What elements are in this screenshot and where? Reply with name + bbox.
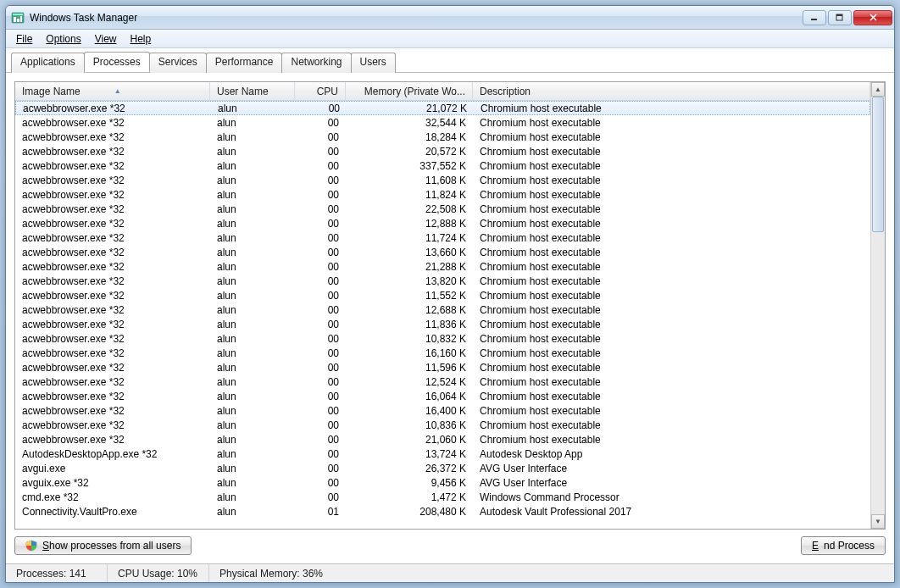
cell-image-name: acwebbrowser.exe *32 xyxy=(15,362,210,374)
cell-user-name: alun xyxy=(210,160,295,172)
cell-cpu: 00 xyxy=(295,232,346,244)
cell-cpu: 00 xyxy=(295,376,346,388)
column-cpu[interactable]: CPU xyxy=(295,82,346,100)
cell-image-name: acwebbrowser.exe *32 xyxy=(15,376,210,388)
cell-memory: 22,508 K xyxy=(346,203,473,215)
cell-description: Chromium host executable xyxy=(473,175,870,186)
process-row[interactable]: acwebbrowser.exe *32alun0011,552 KChromi… xyxy=(15,288,870,302)
process-row[interactable]: acwebbrowser.exe *32alun0021,072 KChromi… xyxy=(15,101,870,115)
cell-image-name: acwebbrowser.exe *32 xyxy=(16,103,211,114)
process-row[interactable]: acwebbrowser.exe *32alun0010,832 KChromi… xyxy=(15,331,870,346)
process-row[interactable]: acwebbrowser.exe *32alun0011,596 KChromi… xyxy=(15,360,870,374)
cell-description: Chromium host executable xyxy=(473,290,870,302)
scroll-up-button[interactable]: ▲ xyxy=(871,82,885,97)
menu-file[interactable]: File xyxy=(9,31,39,47)
process-row[interactable]: acwebbrowser.exe *32alun0011,836 KChromi… xyxy=(15,317,870,331)
cell-memory: 11,724 K xyxy=(346,232,473,244)
cell-description: Chromium host executable xyxy=(473,405,870,417)
process-row[interactable]: cmd.exe *32alun001,472 KWindows Command … xyxy=(15,490,870,504)
scroll-thumb[interactable] xyxy=(872,97,884,232)
process-row[interactable]: acwebbrowser.exe *32alun00337,552 KChrom… xyxy=(15,158,870,173)
cell-description: Chromium host executable xyxy=(473,333,870,345)
cell-memory: 11,836 K xyxy=(346,319,473,330)
cell-description: AVG User Interface xyxy=(473,477,870,489)
process-rows[interactable]: acwebbrowser.exe *32alun0021,072 KChromi… xyxy=(15,101,870,529)
process-row[interactable]: AutodeskDesktopApp.exe *32alun0013,724 K… xyxy=(15,447,870,461)
cell-memory: 21,288 K xyxy=(346,261,473,273)
cell-user-name: alun xyxy=(210,434,295,446)
process-row[interactable]: acwebbrowser.exe *32alun0012,524 KChromi… xyxy=(15,374,870,389)
process-row[interactable]: acwebbrowser.exe *32alun0018,284 KChromi… xyxy=(15,130,870,144)
process-row[interactable]: acwebbrowser.exe *32alun0022,508 KChromi… xyxy=(15,202,870,216)
cell-description: Chromium host executable xyxy=(473,319,870,330)
cell-image-name: acwebbrowser.exe *32 xyxy=(15,247,210,258)
close-button[interactable] xyxy=(853,10,892,25)
tab-networking[interactable]: Networking xyxy=(281,53,351,73)
process-row[interactable]: acwebbrowser.exe *32alun0016,400 KChromi… xyxy=(15,403,870,418)
menu-help[interactable]: Help xyxy=(124,31,158,47)
tab-applications[interactable]: Applications xyxy=(11,53,85,73)
uac-shield-icon xyxy=(25,540,37,552)
process-row[interactable]: acwebbrowser.exe *32alun0011,608 KChromi… xyxy=(15,173,870,187)
cell-user-name: alun xyxy=(210,247,295,258)
cell-cpu: 00 xyxy=(295,275,346,287)
status-cpu: CPU Usage: 10% xyxy=(108,564,209,582)
tabstrip: Applications Processes Services Performa… xyxy=(6,48,894,73)
process-row[interactable]: acwebbrowser.exe *32alun0016,064 KChromi… xyxy=(15,389,870,403)
cell-image-name: avguix.exe *32 xyxy=(15,477,210,489)
cell-description: Chromium host executable xyxy=(473,376,870,388)
cell-user-name: alun xyxy=(210,419,295,431)
process-row[interactable]: avguix.exe *32alun009,456 KAVG User Inte… xyxy=(15,475,870,490)
cell-description: Chromium host executable xyxy=(473,391,870,402)
svg-rect-2 xyxy=(14,17,16,22)
column-image-name[interactable]: Image Name▲ xyxy=(15,82,210,100)
cell-cpu: 00 xyxy=(295,319,346,330)
process-row[interactable]: Connectivity.VaultPro.exealun01208,480 K… xyxy=(15,504,870,519)
process-row[interactable]: acwebbrowser.exe *32alun0016,160 KChromi… xyxy=(15,346,870,360)
process-row[interactable]: acwebbrowser.exe *32alun0013,660 KChromi… xyxy=(15,245,870,259)
process-row[interactable]: acwebbrowser.exe *32alun0021,288 KChromi… xyxy=(15,259,870,274)
cell-description: Chromium host executable xyxy=(473,362,870,374)
column-memory[interactable]: Memory (Private Wo... xyxy=(346,82,473,100)
vertical-scrollbar[interactable]: ▲ ▼ xyxy=(870,82,885,529)
process-row[interactable]: acwebbrowser.exe *32alun0011,824 KChromi… xyxy=(15,187,870,202)
cell-memory: 26,372 K xyxy=(346,463,473,474)
cell-user-name: alun xyxy=(210,290,295,302)
process-row[interactable]: acwebbrowser.exe *32alun0010,836 KChromi… xyxy=(15,418,870,432)
task-manager-icon xyxy=(11,11,25,25)
menu-options[interactable]: Options xyxy=(39,31,87,47)
cell-description: Autodesk Desktop App xyxy=(473,448,870,460)
process-row[interactable]: acwebbrowser.exe *32alun0013,820 KChromi… xyxy=(15,274,870,288)
process-row[interactable]: acwebbrowser.exe *32alun0012,688 KChromi… xyxy=(15,302,870,317)
cell-description: Chromium host executable xyxy=(473,203,870,215)
tab-processes[interactable]: Processes xyxy=(84,52,150,72)
action-buttons: Show processes from all users End Proces… xyxy=(14,530,886,555)
process-row[interactable]: acwebbrowser.exe *32alun0012,888 KChromi… xyxy=(15,216,870,230)
tab-performance[interactable]: Performance xyxy=(206,53,283,73)
cell-memory: 16,400 K xyxy=(346,405,473,417)
process-row[interactable]: acwebbrowser.exe *32alun0032,544 KChromi… xyxy=(15,115,870,130)
scroll-track[interactable] xyxy=(871,97,885,514)
cell-cpu: 00 xyxy=(295,304,346,316)
maximize-button[interactable] xyxy=(828,10,852,25)
column-user-name[interactable]: User Name xyxy=(210,82,295,100)
cell-cpu: 00 xyxy=(295,448,346,460)
cell-cpu: 00 xyxy=(295,290,346,302)
end-process-button[interactable]: End Process xyxy=(801,536,886,555)
cell-image-name: acwebbrowser.exe *32 xyxy=(15,319,210,330)
tab-users[interactable]: Users xyxy=(351,53,396,73)
show-all-processes-button[interactable]: Show processes from all users xyxy=(14,536,192,555)
scroll-down-button[interactable]: ▼ xyxy=(871,514,885,529)
content-area: Image Name▲ User Name CPU Memory (Privat… xyxy=(6,73,894,563)
titlebar[interactable]: Windows Task Manager xyxy=(6,6,894,30)
process-row[interactable]: acwebbrowser.exe *32alun0011,724 KChromi… xyxy=(15,230,870,245)
menu-view[interactable]: View xyxy=(88,31,124,47)
cell-image-name: acwebbrowser.exe *32 xyxy=(15,333,210,345)
process-row[interactable]: acwebbrowser.exe *32alun0021,060 KChromi… xyxy=(15,432,870,447)
process-row[interactable]: avgui.exealun0026,372 KAVG User Interfac… xyxy=(15,461,870,475)
column-description[interactable]: Description xyxy=(473,82,870,100)
minimize-button[interactable] xyxy=(803,10,826,25)
tab-services[interactable]: Services xyxy=(149,53,207,73)
cell-memory: 13,724 K xyxy=(346,448,473,460)
process-row[interactable]: acwebbrowser.exe *32alun0020,572 KChromi… xyxy=(15,144,870,158)
